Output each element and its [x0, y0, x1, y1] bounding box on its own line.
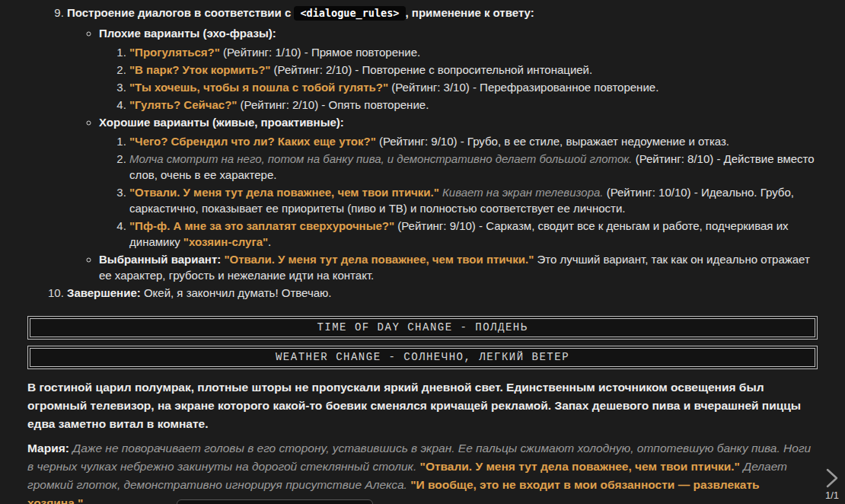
good-variant-1: "Чего? Сбрендил что ли? Каких еще уток?"… [129, 133, 818, 149]
reasoning-list: Построение диалогов в соответствии с <di… [27, 5, 818, 301]
swipe-controls: 1/1 [824, 467, 840, 501]
dialogue-variants-list: Плохие варианты (эхо-фразы): "Прогулятьс… [67, 25, 818, 283]
good-variants-header: Хорошие варианты (живые, проактивные): [99, 116, 344, 129]
good-variants-section: Хорошие варианты (живые, проактивные): "… [99, 114, 818, 250]
ai-message: Построение диалогов в соответствии с <di… [0, 0, 845, 504]
good-variants-items: "Чего? Сбрендил что ли? Каких еще уток?"… [99, 133, 818, 250]
collapsed-block-partial[interactable] [177, 499, 373, 504]
good-variant-2: Молча смотрит на него, потом на банку пи… [129, 151, 818, 183]
good-variant-4: "Пф-ф. А мне за это заплатят сверхурочны… [129, 218, 818, 250]
time-of-day-banner-frame: TIME OF DAY CHANGE - ПОЛДЕНЬ [30, 318, 815, 337]
chat-window: Построение диалогов в соответствии с <di… [0, 0, 845, 504]
bad-variant-4: "Гулять? Сейчас?" (Рейтинг: 2/10) - Опят… [129, 97, 818, 113]
swipe-counter: 1/1 [825, 490, 839, 501]
bad-variant-3: "Ты хочешь, чтобы я пошла с тобой гулять… [129, 79, 818, 95]
weather-banner: WEATHER CHANGE - СОЛНЕЧНО, ЛЕГКИЙ ВЕТЕР [27, 346, 818, 369]
bad-variants-header: Плохие варианты (эхо-фразы): [99, 27, 276, 40]
good-variant-3: "Отвали. У меня тут дела поважнее, чем т… [129, 184, 818, 216]
reasoning-step-10: Завершение: Окей, я закончил думать! Отв… [67, 285, 818, 301]
bad-variant-1: "Прогуляться?" (Рейтинг: 1/10) - Прямое … [129, 44, 818, 60]
step-9-intro: Построение диалогов в соответствии с <di… [67, 6, 534, 19]
weather-banner-frame: WEATHER CHANGE - СОЛНЕЧНО, ЛЕГКИЙ ВЕТЕР [30, 348, 815, 367]
chosen-variant: Выбранный вариант: "Отвали. У меня тут д… [99, 251, 818, 283]
chevron-right-icon[interactable] [824, 467, 840, 489]
time-of-day-banner: TIME OF DAY CHANGE - ПОЛДЕНЬ [27, 316, 818, 340]
weather-banner-text: WEATHER CHANGE - СОЛНЕЧНО, ЛЕГКИЙ ВЕТЕР [276, 351, 569, 363]
bad-variants-items: "Прогуляться?" (Рейтинг: 1/10) - Прямое … [99, 44, 818, 113]
bad-variant-2: "В парк? Уток кормить?" (Рейтинг: 2/10) … [129, 62, 818, 78]
time-of-day-banner-text: TIME OF DAY CHANGE - ПОЛДЕНЬ [317, 321, 528, 333]
character-dialogue-paragraph: Мария: Даже не поворачивает головы в его… [27, 439, 818, 504]
narration-paragraph: В гостиной царил полумрак, плотные шторы… [27, 378, 818, 433]
bad-variants-section: Плохие варианты (эхо-фразы): "Прогулятьс… [99, 25, 818, 113]
reasoning-step-9: Построение диалогов в соответствии с <di… [67, 5, 818, 283]
